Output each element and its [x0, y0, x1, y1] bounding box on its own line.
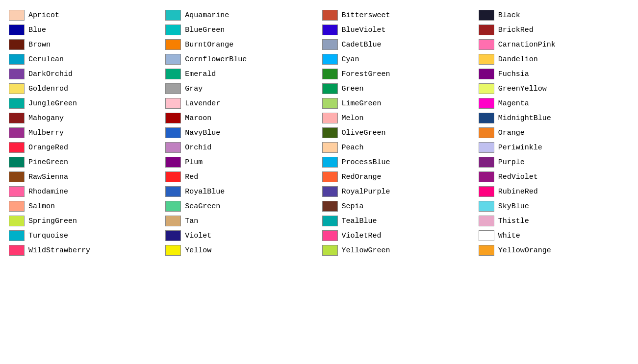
list-item: BlueViolet: [319, 23, 476, 37]
color-label: Violet: [185, 232, 211, 240]
color-label: OliveGreen: [342, 129, 386, 137]
list-item: CadetBlue: [319, 37, 476, 52]
color-swatch: [9, 113, 25, 123]
color-label: Yellow: [185, 246, 211, 255]
list-item: Red: [162, 170, 319, 184]
color-label: PineGreen: [28, 158, 68, 167]
color-label: SkyBlue: [498, 202, 529, 211]
color-label: Orchid: [185, 144, 211, 152]
color-label: RoyalPurple: [342, 188, 390, 196]
list-item: SeaGreen: [162, 199, 319, 214]
list-item: Periwinkle: [476, 140, 632, 155]
list-item: Yellow: [162, 243, 319, 258]
color-swatch: [165, 230, 181, 241]
color-swatch: [165, 142, 181, 153]
list-item: LimeGreen: [319, 96, 476, 111]
list-item: Purple: [476, 155, 632, 170]
color-swatch: [322, 216, 338, 226]
list-item: BlueGreen: [162, 23, 319, 37]
color-swatch: [9, 127, 25, 138]
list-item: Maroon: [162, 111, 319, 125]
color-label: LimeGreen: [342, 99, 382, 108]
color-label: Plum: [185, 158, 203, 167]
list-item: GreenYellow: [476, 81, 632, 96]
color-swatch: [322, 10, 338, 21]
color-label: Blue: [28, 26, 46, 34]
list-item: WildStrawberry: [6, 243, 162, 258]
color-label: Rhodamine: [28, 188, 68, 196]
color-swatch: [322, 98, 338, 109]
color-swatch: [9, 186, 25, 197]
list-item: OliveGreen: [319, 125, 476, 140]
color-swatch: [479, 142, 494, 153]
color-label: Mulberry: [28, 129, 64, 137]
list-item: CornflowerBlue: [162, 52, 319, 67]
color-label: White: [498, 232, 520, 240]
color-swatch: [165, 201, 181, 212]
list-item: OrangeRed: [6, 140, 162, 155]
color-swatch: [479, 69, 494, 79]
list-item: RoyalBlue: [162, 184, 319, 199]
color-swatch: [479, 230, 494, 241]
color-label: Bittersweet: [342, 11, 390, 20]
list-item: Brown: [6, 37, 162, 52]
color-label: CornflowerBlue: [185, 55, 247, 64]
color-label: SeaGreen: [185, 202, 220, 211]
color-swatch: [9, 98, 25, 109]
color-swatch: [165, 54, 181, 65]
color-swatch: [9, 171, 25, 182]
color-label: RubineRed: [498, 188, 538, 196]
color-swatch: [9, 83, 25, 94]
list-item: Dandelion: [476, 52, 632, 67]
color-swatch: [9, 39, 25, 50]
list-item: Aquamarine: [162, 8, 319, 23]
list-item: Violet: [162, 228, 319, 243]
color-swatch: [322, 127, 338, 138]
color-label: Cyan: [342, 55, 359, 64]
color-label: Apricot: [28, 11, 59, 20]
color-label: BurntOrange: [185, 41, 233, 49]
color-label: Turquoise: [28, 232, 68, 240]
color-label: TealBlue: [342, 217, 377, 225]
color-swatch: [479, 171, 494, 182]
color-swatch: [9, 157, 25, 168]
list-item: Goldenrod: [6, 81, 162, 96]
color-label: CadetBlue: [342, 41, 382, 49]
color-label: Cerulean: [28, 55, 64, 64]
color-label: VioletRed: [342, 232, 382, 240]
color-swatch: [165, 10, 181, 21]
color-label: RedOrange: [342, 173, 382, 181]
list-item: Cyan: [319, 52, 476, 67]
color-label: YellowOrange: [498, 246, 551, 255]
color-swatch: [322, 54, 338, 65]
color-label: CarnationPink: [498, 41, 556, 49]
list-item: MidnightBlue: [476, 111, 632, 125]
color-label: Orange: [498, 129, 525, 137]
color-label: DarkOrchid: [28, 70, 73, 78]
color-swatch: [165, 98, 181, 109]
color-swatch: [165, 39, 181, 50]
color-swatch: [9, 142, 25, 153]
color-swatch: [9, 24, 25, 35]
color-swatch: [165, 171, 181, 182]
color-label: Fuchsia: [498, 70, 529, 78]
list-item: NavyBlue: [162, 125, 319, 140]
color-swatch: [322, 142, 338, 153]
color-swatch: [165, 69, 181, 79]
color-swatch: [479, 39, 494, 50]
color-label: Gray: [185, 85, 203, 93]
list-item: Tan: [162, 214, 319, 228]
list-item: Rhodamine: [6, 184, 162, 199]
list-item: Blue: [6, 23, 162, 37]
color-label: Salmon: [28, 202, 55, 211]
color-swatch: [165, 245, 181, 256]
list-item: VioletRed: [319, 228, 476, 243]
list-item: SpringGreen: [6, 214, 162, 228]
list-item: ProcessBlue: [319, 155, 476, 170]
list-item: BurntOrange: [162, 37, 319, 52]
color-swatch: [322, 245, 338, 256]
color-label: Mahogany: [28, 114, 64, 122]
color-swatch: [9, 230, 25, 241]
color-swatch: [479, 83, 494, 94]
list-item: Sepia: [319, 199, 476, 214]
